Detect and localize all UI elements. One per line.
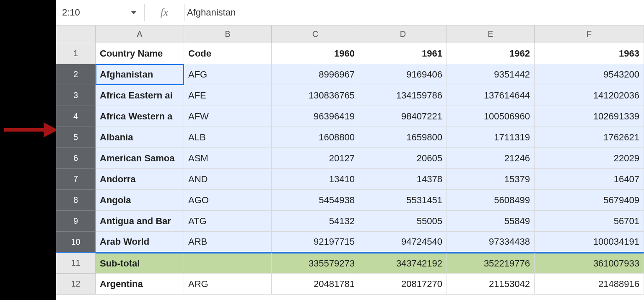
row-header-7[interactable]: 7: [56, 169, 96, 190]
col-header-B[interactable]: B: [184, 26, 272, 43]
cell-value[interactable]: 100034191: [535, 232, 644, 253]
select-all-corner[interactable]: [56, 26, 96, 43]
cell-country[interactable]: Africa Eastern ai: [96, 85, 184, 106]
cell-value[interactable]: 5454938: [272, 190, 359, 211]
cell-value[interactable]: 97334438: [447, 232, 535, 253]
header-year-1962[interactable]: 1962: [447, 43, 535, 64]
header-year-1961[interactable]: 1961: [359, 43, 447, 64]
cell-code[interactable]: AFE: [184, 85, 272, 106]
cell-code[interactable]: ARB: [184, 232, 272, 253]
header-country-name[interactable]: Country Name: [96, 43, 184, 64]
formula-bar: 2:10 fx Afghanistan: [56, 0, 644, 26]
cell-value[interactable]: 92197715: [272, 232, 359, 253]
name-box[interactable]: 2:10: [56, 0, 144, 25]
fx-icon[interactable]: fx: [145, 6, 184, 19]
cell-value[interactable]: 54132: [272, 211, 359, 232]
row-header-9[interactable]: 9: [56, 211, 96, 232]
cell-value[interactable]: 343742192: [359, 253, 447, 274]
cell-value[interactable]: 102691339: [535, 106, 644, 127]
cell-value[interactable]: 5608499: [447, 190, 535, 211]
cell-value[interactable]: 9543200: [535, 64, 644, 85]
cell-value[interactable]: 21246: [447, 148, 535, 169]
cell-value[interactable]: 14378: [359, 169, 447, 190]
row-header-6[interactable]: 6: [56, 148, 96, 169]
cell-code[interactable]: AGO: [184, 190, 272, 211]
row-header-1[interactable]: 1: [56, 43, 96, 64]
row-header-3[interactable]: 3: [56, 85, 96, 106]
row-header-11[interactable]: 11: [56, 253, 96, 274]
cell-value[interactable]: 1659800: [359, 127, 447, 148]
col-header-D[interactable]: D: [359, 26, 447, 43]
cell-code[interactable]: ASM: [184, 148, 272, 169]
chevron-down-icon[interactable]: [131, 11, 137, 14]
cell-value[interactable]: 8996967: [272, 64, 359, 85]
header-code[interactable]: Code: [184, 43, 272, 64]
cell-value[interactable]: 1608800: [272, 127, 359, 148]
col-header-A[interactable]: A: [96, 26, 184, 43]
cell-value[interactable]: 1711319: [447, 127, 535, 148]
cell-country[interactable]: Angola: [96, 190, 184, 211]
cell-value[interactable]: 94724540: [359, 232, 447, 253]
cell-code[interactable]: ARG: [184, 274, 272, 295]
cell-value[interactable]: 9169406: [359, 64, 447, 85]
cell-value[interactable]: 141202036: [535, 85, 644, 106]
row-header-8[interactable]: 8: [56, 190, 96, 211]
header-year-1960[interactable]: 1960: [272, 43, 359, 64]
svg-marker-1: [44, 122, 58, 137]
cell-country[interactable]: American Samoa: [96, 148, 184, 169]
cell-country[interactable]: Antigua and Bar: [96, 211, 184, 232]
cell-value[interactable]: 361007933: [535, 253, 644, 274]
name-box-value: 2:10: [62, 7, 80, 18]
cell-value[interactable]: 5531451: [359, 190, 447, 211]
cell-value[interactable]: 13410: [272, 169, 359, 190]
row-header-5[interactable]: 5: [56, 127, 96, 148]
header-year-1963[interactable]: 1963: [535, 43, 644, 64]
col-header-C[interactable]: C: [272, 26, 359, 43]
cell-country[interactable]: Andorra: [96, 169, 184, 190]
cell-value[interactable]: 100506960: [447, 106, 535, 127]
cell-value[interactable]: 21488916: [535, 274, 644, 295]
cell-value[interactable]: 1762621: [535, 127, 644, 148]
cell-value[interactable]: 98407221: [359, 106, 447, 127]
formula-input[interactable]: Afghanistan: [184, 7, 644, 18]
cell-country[interactable]: Arab World: [96, 232, 184, 253]
cell-value[interactable]: 335579273: [272, 253, 359, 274]
cell-value[interactable]: 16407: [535, 169, 644, 190]
row-header-2[interactable]: 2: [56, 64, 96, 85]
cell-country[interactable]: Africa Western a: [96, 106, 184, 127]
cell-value[interactable]: 15379: [447, 169, 535, 190]
cell-value[interactable]: 352219776: [447, 253, 535, 274]
spreadsheet-grid[interactable]: A B C D E F 1Country NameCode19601961196…: [56, 26, 644, 295]
cell-code[interactable]: ATG: [184, 211, 272, 232]
cell-code[interactable]: AFG: [184, 64, 272, 85]
row-header-4[interactable]: 4: [56, 106, 96, 127]
cell-value[interactable]: 20481781: [272, 274, 359, 295]
cell-value[interactable]: 9351442: [447, 64, 535, 85]
cell-value[interactable]: 134159786: [359, 85, 447, 106]
cell-country[interactable]: Afghanistan: [96, 64, 184, 85]
cell-value[interactable]: 130836765: [272, 85, 359, 106]
cell-country[interactable]: Albania: [96, 127, 184, 148]
cell-value[interactable]: 56701: [535, 211, 644, 232]
cell-value[interactable]: 20817270: [359, 274, 447, 295]
cell-value[interactable]: 20127: [272, 148, 359, 169]
cell-code[interactable]: AFW: [184, 106, 272, 127]
cell-value[interactable]: 55849: [447, 211, 535, 232]
cell-value[interactable]: 5679409: [535, 190, 644, 211]
cell-country[interactable]: Sub-total: [96, 253, 184, 274]
row-header-12[interactable]: 12: [56, 274, 96, 295]
col-header-F[interactable]: F: [535, 26, 644, 43]
annotation-arrow: [2, 120, 59, 140]
col-header-E[interactable]: E: [447, 26, 535, 43]
cell-code[interactable]: [184, 253, 272, 274]
row-header-10[interactable]: 10: [56, 232, 96, 253]
cell-value[interactable]: 22029: [535, 148, 644, 169]
cell-code[interactable]: AND: [184, 169, 272, 190]
cell-value[interactable]: 137614644: [447, 85, 535, 106]
cell-value[interactable]: 20605: [359, 148, 447, 169]
cell-country[interactable]: Argentina: [96, 274, 184, 295]
cell-code[interactable]: ALB: [184, 127, 272, 148]
cell-value[interactable]: 55005: [359, 211, 447, 232]
cell-value[interactable]: 96396419: [272, 106, 359, 127]
cell-value[interactable]: 21153042: [447, 274, 535, 295]
